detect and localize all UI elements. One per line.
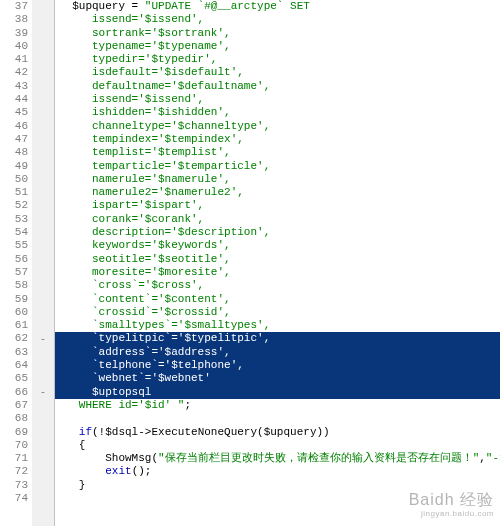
line-number: 66 [0,386,28,399]
code-line[interactable]: channeltype='$channeltype', [55,120,500,133]
line-number: 72 [0,465,28,478]
line-number: 71 [0,452,28,465]
line-number: 49 [0,160,28,173]
code-line[interactable]: seotitle='$seotitle', [55,253,500,266]
fold-mark[interactable]: - [36,386,50,399]
code-line[interactable]: `telphone`='$telphone', [55,359,500,372]
code-line[interactable]: sortrank='$sortrank', [55,27,500,40]
code-line[interactable]: `cross`='$cross', [55,279,500,292]
line-number: 41 [0,53,28,66]
code-line[interactable]: issend='$issend', [55,13,500,26]
code-line[interactable]: `address`='$address', [55,346,500,359]
line-number: 45 [0,106,28,119]
code-line[interactable]: $uptopsql [55,386,500,399]
code-line[interactable]: `crossid`='$crossid', [55,306,500,319]
line-number: 47 [0,133,28,146]
line-number: 63 [0,346,28,359]
line-number: 51 [0,186,28,199]
line-number: 42 [0,66,28,79]
fold-mark[interactable]: - [36,333,50,346]
line-number: 50 [0,173,28,186]
line-number: 55 [0,239,28,252]
code-line[interactable]: defaultname='$defaultname', [55,80,500,93]
code-line[interactable]: { [55,439,500,452]
code-editor[interactable]: 3738394041424344454647484950515253545556… [0,0,500,526]
line-number: 57 [0,266,28,279]
line-number: 44 [0,93,28,106]
line-number: 58 [0,279,28,292]
code-line[interactable]: `content`='$content', [55,293,500,306]
code-line[interactable]: description='$description', [55,226,500,239]
line-number: 39 [0,27,28,40]
code-line[interactable]: } [55,479,500,492]
line-number-gutter: 3738394041424344454647484950515253545556… [0,0,32,526]
code-line[interactable]: WHERE id='$id' "; [55,399,500,412]
line-number: 38 [0,13,28,26]
code-line[interactable]: `typelitpic`='$typelitpic', [55,332,500,345]
code-line[interactable]: typedir='$typedir', [55,53,500,66]
code-line[interactable]: isdefault='$isdefault', [55,66,500,79]
code-line[interactable] [55,492,500,505]
fold-margin: -- [32,0,55,526]
line-number: 67 [0,399,28,412]
line-number: 53 [0,213,28,226]
line-number: 73 [0,479,28,492]
code-line[interactable]: $upquery = "UPDATE `#@__arctype` SET [55,0,500,13]
code-line[interactable]: ShowMsg("保存当前栏目更改时失败，请检查你的输入资料是否存在问题！","… [55,452,500,465]
code-line[interactable]: issend='$issend', [55,93,500,106]
code-line[interactable]: `webnet`='$webnet' [55,372,500,385]
code-line[interactable]: tempindex='$tempindex', [55,133,500,146]
code-line[interactable]: moresite='$moresite', [55,266,500,279]
line-number: 68 [0,412,28,425]
line-number: 69 [0,426,28,439]
line-number: 48 [0,146,28,159]
code-line[interactable]: namerule='$namerule', [55,173,500,186]
code-line[interactable]: namerule2='$namerule2', [55,186,500,199]
line-number: 64 [0,359,28,372]
code-line[interactable]: templist='$templist', [55,146,500,159]
line-number: 40 [0,40,28,53]
line-number: 62 [0,332,28,345]
code-area[interactable]: $upquery = "UPDATE `#@__arctype` SET iss… [55,0,500,526]
code-line[interactable]: keywords='$keywords', [55,239,500,252]
code-line[interactable]: if(!$dsql->ExecuteNoneQuery($upquery)) [55,426,500,439]
line-number: 70 [0,439,28,452]
line-number: 74 [0,492,28,505]
line-number: 60 [0,306,28,319]
code-line[interactable]: corank='$corank', [55,213,500,226]
code-line[interactable]: typename='$typename', [55,40,500,53]
line-number: 54 [0,226,28,239]
code-line[interactable] [55,412,500,425]
line-number: 59 [0,293,28,306]
code-line[interactable]: exit(); [55,465,500,478]
code-line[interactable]: ispart='$ispart', [55,199,500,212]
line-number: 56 [0,253,28,266]
line-number: 37 [0,0,28,13]
code-line[interactable]: temparticle='$temparticle', [55,160,500,173]
code-line[interactable]: ishidden='$ishidden', [55,106,500,119]
code-line[interactable]: `smalltypes`='$smalltypes', [55,319,500,332]
line-number: 52 [0,199,28,212]
line-number: 43 [0,80,28,93]
line-number: 65 [0,372,28,385]
line-number: 61 [0,319,28,332]
line-number: 46 [0,120,28,133]
